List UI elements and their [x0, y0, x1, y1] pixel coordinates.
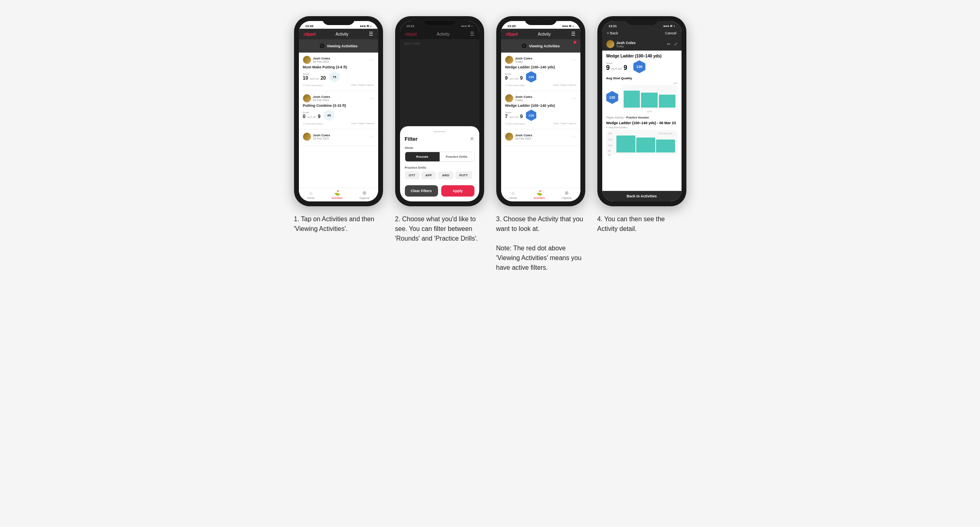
- phone-3-container: 13:20 ●●● ≋ ▪ clippd Activity ☰ ⚙ Viewin…: [496, 16, 585, 273]
- status-icons-1: ●●● ≋ ▪: [360, 24, 372, 28]
- activity-card-3-2[interactable]: Josh Coles Today ··· Wedge Ladder (100–1…: [501, 91, 580, 129]
- detail-user-name: Josh Coles: [616, 41, 636, 45]
- screenshots-row: 13:20 ●●● ≋ ▪ clippd Activity ☰ ⚙ Viewin…: [294, 16, 686, 273]
- back-activities-button[interactable]: Back to Activities: [602, 191, 682, 201]
- filter-close-button[interactable]: ✕: [470, 135, 474, 142]
- user-date-1: 28 Feb 2023: [313, 60, 330, 63]
- avg-hex: 130: [606, 91, 618, 104]
- activity-card-3-3[interactable]: Josh Coles 28 Feb 2023 ···: [501, 129, 580, 146]
- phone-2-container: 13:21 ●●● ≋ ▪ clippd Activity ☰ Josh Col…: [395, 16, 484, 243]
- card-header-3: Josh Coles 28 Feb 2023 ···: [303, 133, 374, 141]
- wedge-detail-title: Wedge Ladder (100–140 yds) - 06 Mar 23: [606, 121, 677, 125]
- detail-score-block: Score 9 OUT OF 9: [606, 62, 627, 72]
- activity-card-3[interactable]: Josh Coles 28 Feb 2023 ···: [299, 129, 378, 146]
- sq-hex-2: 45: [324, 110, 334, 121]
- app-pill[interactable]: APP: [421, 171, 436, 179]
- avatar-3-2: [505, 94, 513, 102]
- more-dots-3[interactable]: ···: [369, 135, 374, 139]
- viewing-banner-1[interactable]: ⚙ Viewing Activities: [299, 39, 378, 53]
- desc-4: 4. You can then see the Activity detail.: [597, 214, 686, 234]
- putt-pill[interactable]: PUTT: [455, 171, 472, 179]
- time-1: 13:20: [305, 24, 313, 28]
- nav-home-1[interactable]: ⌂ Home: [307, 190, 315, 199]
- card-header-3-2: Josh Coles Today ···: [505, 94, 576, 102]
- activity-card-1[interactable]: Josh Coles 28 Feb 2023 ··· Must Make Put…: [299, 53, 378, 91]
- user-name-2: Josh Coles: [313, 95, 330, 99]
- user-info-3-3: Josh Coles 28 Feb 2023: [505, 133, 533, 141]
- card-header-3-1: Josh Coles Today ···: [505, 56, 576, 64]
- more-dots-3-1[interactable]: ···: [571, 58, 576, 62]
- user-name-1: Josh Coles: [313, 57, 330, 60]
- nav-activities-1[interactable]: ⛳ Activities: [332, 190, 343, 199]
- screen-content-3: Josh Coles Today ··· Wedge Ladder (100–1…: [501, 53, 580, 188]
- expand-icon[interactable]: ⤢: [674, 42, 677, 47]
- activity-title-3-1: Wedge Ladder (100–140 yds): [505, 65, 576, 69]
- wedge-bar-1: [616, 135, 635, 153]
- app-title-1: Activity: [336, 32, 349, 36]
- phone-1-frame: 13:20 ●●● ≋ ▪ clippd Activity ☰ ⚙ Viewin…: [294, 16, 383, 206]
- show-label: Show: [405, 146, 474, 150]
- nav-capture-3[interactable]: ⊕ Capture: [562, 190, 572, 199]
- hamburger-icon-3[interactable]: ☰: [571, 31, 576, 37]
- hamburger-icon-1[interactable]: ☰: [369, 31, 373, 37]
- phone-4-container: 13:21 ●●● ≋ ▪ < Back Cancel Josh Coles: [597, 16, 686, 234]
- phone-3-notch: [525, 16, 557, 25]
- nav-capture-1[interactable]: ⊕ Capture: [360, 190, 370, 199]
- more-dots-2[interactable]: ···: [369, 96, 374, 101]
- stats-row-3-2: Score 7 OUT OF 9 118: [505, 110, 576, 121]
- app-header-1: clippd Activity ☰: [299, 29, 378, 39]
- activity-card-2[interactable]: Josh Coles 28 Feb 2023 ··· Putting Combi…: [299, 91, 378, 129]
- score-block-3-1: Score 9 OUT OF 9: [505, 73, 523, 81]
- stats-row-2: Score 0 OUT OF 9 45: [303, 110, 374, 121]
- bottom-nav-1: ⌂ Home ⛳ Activities ⊕ Capture: [299, 188, 378, 201]
- filter-handle: [434, 131, 446, 132]
- rounds-toggle[interactable]: Rounds: [405, 152, 440, 161]
- cancel-button[interactable]: Cancel: [665, 31, 676, 35]
- activity-card-3-1[interactable]: Josh Coles Today ··· Wedge Ladder (100–1…: [501, 53, 580, 91]
- nav-home-3[interactable]: ⌂ Home: [509, 190, 517, 199]
- user-date-3-3: 28 Feb 2023: [515, 137, 533, 140]
- user-info-3: Josh Coles 28 Feb 2023: [303, 133, 330, 141]
- detail-header: < Back Cancel: [602, 29, 682, 38]
- practice-drills-toggle[interactable]: Practice Drills: [440, 152, 474, 161]
- user-name-3: Josh Coles: [313, 133, 330, 137]
- edit-icon[interactable]: ✏: [667, 42, 671, 47]
- activities-icon-1: ⛳: [334, 190, 340, 196]
- user-date-3-1: Today: [515, 60, 533, 63]
- card-footer-1: ⓘ Test Information Data: Clippd Capture: [303, 84, 374, 87]
- viewing-banner-text-1: Viewing Activities: [327, 44, 358, 48]
- activity-title-3-2: Wedge Ladder (100–140 yds): [505, 104, 576, 108]
- stats-row-1: Score 10 OUT OF 20 75: [303, 71, 374, 83]
- arg-pill[interactable]: ARG: [438, 171, 453, 179]
- clear-filters-button[interactable]: Clear Filters: [405, 185, 438, 197]
- more-dots-3-2[interactable]: ···: [571, 96, 576, 101]
- ott-pill[interactable]: OTT: [405, 171, 419, 179]
- more-dots-1[interactable]: ···: [369, 58, 374, 62]
- nav-capture-label-1: Capture: [360, 197, 370, 199]
- user-name-3-1: Josh Coles: [515, 57, 533, 60]
- avatar-3-3: [505, 133, 513, 141]
- card-footer-2: ⓘ Test Information Data: Clippd Capture: [303, 122, 374, 126]
- chart-bar-1: [624, 91, 640, 108]
- desc-1: 1. Tap on Activities and then 'Viewing A…: [294, 214, 383, 234]
- back-button[interactable]: < Back: [607, 31, 618, 35]
- more-dots-3-3[interactable]: ···: [571, 135, 576, 139]
- avatar-3: [303, 133, 311, 141]
- phone-3-screen: 13:20 ●●● ≋ ▪ clippd Activity ☰ ⚙ Viewin…: [501, 21, 580, 201]
- chart-bar-3: [659, 95, 675, 108]
- phone-3-frame: 13:20 ●●● ≋ ▪ clippd Activity ☰ ⚙ Viewin…: [496, 16, 585, 206]
- nav-home-label-1: Home: [307, 197, 315, 199]
- status-icons-3: ●●● ≋ ▪: [562, 24, 574, 28]
- card-header-2: Josh Coles 28 Feb 2023 ···: [303, 94, 374, 102]
- nav-activities-3[interactable]: ⛳ Activities: [534, 190, 545, 199]
- signal-3: ●●● ≋ ▪: [562, 24, 574, 28]
- avg-sq-label: Avg Shot Quality: [606, 76, 677, 80]
- filter-header: Filter ✕: [405, 135, 474, 142]
- apply-button[interactable]: Apply: [441, 185, 474, 197]
- viewing-banner-3[interactable]: ⚙ Viewing Activities: [501, 39, 580, 53]
- filter-sheet: Filter ✕ Show Rounds Practice Drills Pra…: [400, 126, 479, 201]
- filter-icon-3: ⚙: [521, 42, 527, 50]
- chart-max: 130: [622, 82, 677, 85]
- avatar-3-1: [505, 56, 513, 64]
- nav-capture-label-3: Capture: [562, 197, 572, 199]
